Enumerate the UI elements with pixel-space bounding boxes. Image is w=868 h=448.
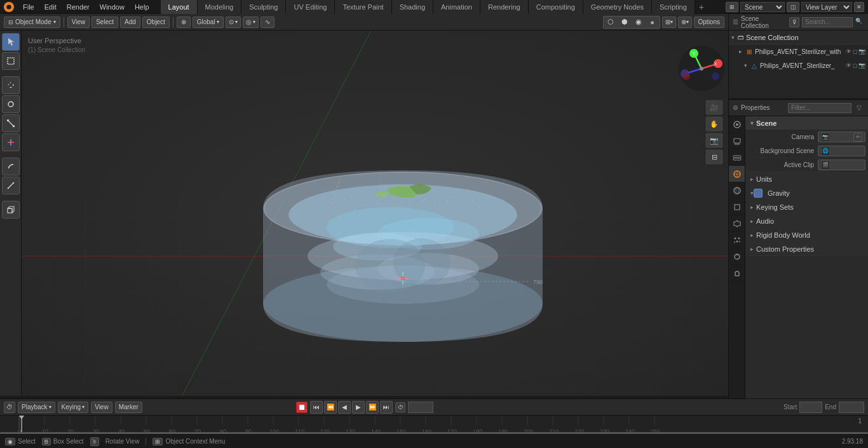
gravity-checkbox[interactable] xyxy=(754,189,763,198)
keying-sets-section[interactable]: ▸ Keying Sets xyxy=(745,200,868,214)
particles-tab[interactable] xyxy=(729,232,745,248)
ws-tab-scripting[interactable]: Scripting xyxy=(652,0,695,14)
menu-help[interactable]: Help xyxy=(130,0,154,14)
gizmo-toggle[interactable]: ⊕ ▾ xyxy=(678,17,692,28)
output-tab[interactable] xyxy=(729,133,745,149)
constraints-tab[interactable] xyxy=(729,265,745,282)
outliner-search[interactable] xyxy=(802,17,853,27)
rigid-body-section[interactable]: ▸ Rigid Body World xyxy=(745,228,868,242)
record-btn[interactable] xyxy=(296,402,308,413)
camera-value[interactable]: 📷 ✏ xyxy=(818,132,865,142)
menu-edit[interactable]: Edit xyxy=(39,0,62,14)
rotate-tool[interactable] xyxy=(2,95,20,113)
ws-tab-shading[interactable]: Shading xyxy=(392,0,433,14)
ws-tab-sculpting[interactable]: Sculpting xyxy=(241,0,286,14)
current-frame-input[interactable]: 1 xyxy=(408,402,433,413)
graph-icon[interactable]: ∿ xyxy=(261,17,275,28)
active-clip-icon[interactable]: 🎬 xyxy=(821,161,830,170)
playback-menu[interactable]: Playback ▾ xyxy=(18,402,55,413)
orientation-gizmo[interactable]: X Y xyxy=(679,46,724,92)
properties-search[interactable] xyxy=(788,103,851,113)
active-clip-value[interactable]: 🎬 xyxy=(818,160,865,170)
marker-menu[interactable]: Marker xyxy=(115,402,142,413)
outliner-item-1[interactable]: ▾ △ Philips_AVENT_Sterilizer_ 👁 ◻ 📷 xyxy=(729,58,868,72)
item0-select[interactable]: ◻ xyxy=(853,48,857,55)
scene-select[interactable]: Scene xyxy=(740,2,785,12)
item1-select[interactable]: ◻ xyxy=(853,62,857,69)
ws-tab-rendering[interactable]: Rendering xyxy=(480,0,529,14)
bg-scene-icon[interactable]: 🌐 xyxy=(821,147,830,156)
snap-toggle[interactable]: ⊙ ▾ xyxy=(226,17,241,28)
solid-mode[interactable]: ⬢ xyxy=(618,17,632,28)
frame-timer-icon[interactable]: ⏱ xyxy=(395,402,405,412)
viewport-3d[interactable]: 790 X Y xyxy=(22,31,728,396)
custom-props-section[interactable]: ▸ Custom Properties xyxy=(745,242,868,256)
view-menu[interactable]: View xyxy=(67,17,90,28)
ws-tab-texture[interactable]: Texture Paint xyxy=(335,0,391,14)
ws-tab-modeling[interactable]: Modeling xyxy=(198,0,242,14)
gravity-section[interactable]: ▾ Gravity xyxy=(745,186,868,200)
object-menu[interactable]: Object xyxy=(142,17,170,28)
jump-start-btn[interactable]: ⏮ xyxy=(310,401,323,414)
item1-eye[interactable]: 👁 xyxy=(846,62,851,69)
transform-pivot[interactable]: ⊕ xyxy=(177,17,191,28)
options-btn[interactable]: Options xyxy=(694,17,724,28)
menu-file[interactable]: File xyxy=(18,0,39,14)
physics-tab[interactable] xyxy=(729,248,745,265)
item1-render[interactable]: 📷 xyxy=(858,62,865,69)
play-back-btn[interactable]: ◀ xyxy=(338,401,351,414)
material-mode[interactable]: ◉ xyxy=(632,17,646,28)
modifier-tab[interactable] xyxy=(729,215,745,232)
item0-render[interactable]: 📷 xyxy=(858,48,865,55)
viewlayer-select[interactable]: View Layer xyxy=(801,2,852,12)
object-tab[interactable] xyxy=(729,199,745,215)
filter-icon[interactable]: ▽ xyxy=(854,104,864,112)
object-mode-select[interactable]: ⊟ Object Mode ▾ xyxy=(4,17,60,28)
bg-scene-value[interactable]: 🌐 xyxy=(818,146,865,156)
jump-prev-btn[interactable]: ⏪ xyxy=(324,401,337,414)
close-viewlayer[interactable]: ✕ xyxy=(854,2,864,12)
annotate-tool[interactable] xyxy=(2,158,20,175)
menu-window[interactable]: Window xyxy=(95,0,130,14)
world-tab[interactable] xyxy=(729,182,745,199)
scene-section-header[interactable]: ▾ Scene xyxy=(745,116,868,130)
ws-tab-animation[interactable]: Animation xyxy=(433,0,480,14)
scene-tab[interactable] xyxy=(729,166,745,182)
camera-edit-btn[interactable]: ✏ xyxy=(853,133,862,142)
ws-tab-geometry[interactable]: Geometry Nodes xyxy=(583,0,652,14)
outliner-filter-btn[interactable]: ⊽ xyxy=(789,17,799,27)
timeline-ruler[interactable]: 0 10 20 30 40 50 60 70 80 90 1 xyxy=(0,416,868,435)
proportional-edit[interactable]: ◎ ▾ xyxy=(243,17,259,28)
keying-menu[interactable]: Keying ▾ xyxy=(58,402,89,413)
move-tool[interactable] xyxy=(2,76,20,94)
outliner-collection-root[interactable]: ▾ 🗃 Scene Collection xyxy=(729,31,868,44)
add-cube-tool[interactable] xyxy=(2,201,20,219)
ws-tab-add[interactable]: + xyxy=(695,2,708,12)
jump-end-btn[interactable]: ⏭ xyxy=(380,401,393,414)
timeline-type-icon[interactable]: ⏱ xyxy=(4,402,15,413)
viewlayer-tab[interactable] xyxy=(729,149,745,166)
outliner-item-0[interactable]: ▸ ⊞ Philips_AVENT_Sterilizer_with 👁 ◻ 📷 xyxy=(729,44,868,58)
select-menu[interactable]: Select xyxy=(92,17,118,28)
render-mode[interactable]: ● xyxy=(646,17,660,28)
cursor-tool[interactable] xyxy=(2,33,20,51)
play-fwd-btn[interactable]: ▶ xyxy=(352,401,365,414)
start-frame-input[interactable]: 1 xyxy=(799,402,822,413)
menu-render[interactable]: Render xyxy=(62,0,95,14)
camera-value-icon[interactable]: 📷 xyxy=(821,133,830,142)
render-tab[interactable] xyxy=(729,116,745,133)
end-frame-input[interactable]: 250 xyxy=(839,402,864,413)
view-menu-tl[interactable]: View xyxy=(91,402,112,413)
scale-tool[interactable] xyxy=(2,114,20,132)
transform-tool[interactable] xyxy=(2,133,20,151)
jump-next-btn[interactable]: ⏩ xyxy=(366,401,379,414)
ws-tab-layout[interactable]: Layout xyxy=(161,0,198,14)
ws-tab-uv[interactable]: UV Editing xyxy=(286,0,335,14)
audio-section[interactable]: ▸ Audio xyxy=(745,214,868,228)
ws-tab-compositing[interactable]: Compositing xyxy=(529,0,583,14)
units-section[interactable]: ▸ Units xyxy=(745,172,868,186)
measure-tool[interactable] xyxy=(2,177,20,194)
viewport-overlays[interactable]: ⊞ ▾ xyxy=(662,17,676,28)
transform-space[interactable]: Global ▾ xyxy=(193,17,224,28)
item0-eye[interactable]: 👁 xyxy=(846,48,851,55)
